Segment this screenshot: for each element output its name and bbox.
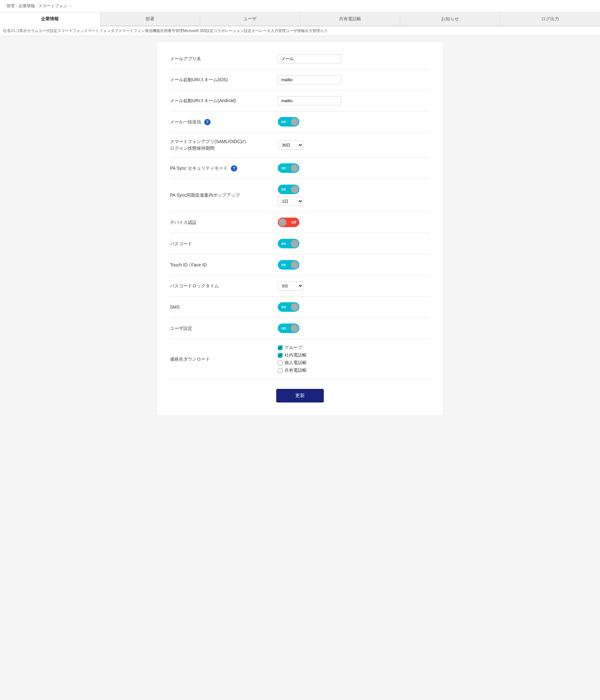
toggle-pa-sync-popup[interactable]: on: [278, 184, 299, 194]
row-mail-batch-send: メール一括送信 ? on: [170, 111, 430, 132]
breadcrumb: 管理 - 企業情報 - スマートフォン ›: [0, 0, 600, 12]
select-passcode-lock-time[interactable]: 0分 1分 5分 10分 30分: [278, 281, 303, 291]
control-sms: on: [278, 302, 430, 312]
toggle-on-label-pa-sync: on: [281, 166, 286, 170]
toggle-on-label-passcode: on: [281, 241, 286, 246]
toggle-knob-pa-sync: [291, 164, 298, 172]
update-button-container: 更新: [170, 389, 430, 402]
checkbox-company-phonebook-input[interactable]: [278, 353, 282, 358]
sub-navigation[interactable]: 社名/ロゴ表示カラムユーザ設定スマートフォンスマートフォンタブスマートフォン発信…: [0, 26, 600, 36]
label-contact-download: 連絡先ダウンロード: [170, 356, 278, 362]
control-pa-sync-security: on: [278, 163, 430, 173]
row-device-auth: デバイス認証 off: [170, 212, 430, 233]
toggle-knob-sms: [291, 303, 298, 311]
main-content: メールアプリ名 メール起動URIスキーム(iOS) メール起動URIスキーム(A…: [157, 42, 443, 415]
label-passcode-lock-time: パスコードロックタイム: [170, 282, 278, 289]
toggle-sms[interactable]: on: [278, 302, 299, 312]
checkbox-item-personal-phonebook[interactable]: 個人電話帳: [278, 360, 307, 366]
checkbox-group-input[interactable]: [278, 345, 282, 350]
toggle-on-label-sms: on: [281, 305, 286, 309]
toggle-on-label-touch: on: [281, 262, 286, 267]
label-saml-login: スマートフォンアプリ(SAML/OIDC)のログイン状態保持期間: [170, 138, 278, 152]
input-mail-app-name[interactable]: [278, 54, 341, 64]
label-mail-batch-send: メール一括送信 ?: [170, 119, 278, 125]
toggle-knob-touch: [291, 261, 298, 269]
toggle-knob-device-auth: [279, 219, 286, 226]
checkbox-company-phonebook-label: 社内電話帳: [284, 352, 307, 358]
toggle-device-auth[interactable]: off: [278, 218, 299, 227]
help-icon-pa-sync[interactable]: ?: [231, 165, 237, 172]
row-mail-uri-ios: メール起動URIスキーム(iOS): [170, 70, 430, 91]
row-contact-download: 連絡先ダウンロード グループ 社内電話帳 個人電話帳 共有電話帳: [170, 339, 430, 379]
input-mail-uri-ios[interactable]: [278, 75, 341, 84]
toggle-knob-pa-popup: [291, 185, 298, 193]
tab-shared-phonebook[interactable]: 共有電話帳: [300, 12, 401, 26]
breadcrumb-text: 管理 - 企業情報 - スマートフォン: [6, 3, 67, 9]
toggle-passcode[interactable]: on: [278, 239, 299, 248]
control-device-auth: off: [278, 218, 430, 227]
row-mail-uri-android: メール起動URIスキーム(Android): [170, 91, 430, 111]
select-pa-sync-interval[interactable]: 1日 3日 7日: [278, 197, 303, 206]
row-passcode: パスコード on: [170, 233, 430, 254]
toggle-knob-user: [291, 324, 298, 332]
input-mail-uri-android[interactable]: [278, 96, 341, 105]
toggle-on-label-user: on: [281, 326, 286, 330]
label-touch-face-id: Touch ID / Face ID: [170, 262, 278, 268]
control-mail-uri-android: [278, 96, 430, 105]
tab-company-info[interactable]: 企業情報: [0, 12, 100, 26]
toggle-touch-face-id[interactable]: on: [278, 260, 299, 270]
label-mail-app-name: メールアプリ名: [170, 55, 278, 62]
toggle-on-label: on: [281, 120, 286, 124]
checkbox-shared-phonebook-label: 共有電話帳: [284, 368, 307, 373]
row-sms: SMS on: [170, 297, 430, 318]
help-icon-mail-batch[interactable]: ?: [204, 119, 210, 125]
label-user-settings: ユーザ設定: [170, 325, 278, 332]
breadcrumb-arrow: ›: [70, 3, 71, 9]
control-mail-app-name: [278, 54, 430, 64]
select-saml-login[interactable]: 30日 7日 14日 60日 90日: [278, 141, 303, 150]
row-saml-login: スマートフォンアプリ(SAML/OIDC)のログイン状態保持期間 30日 7日 …: [170, 132, 430, 158]
control-touch-face-id: on: [278, 260, 430, 270]
toggle-user-settings[interactable]: on: [278, 324, 299, 333]
label-pa-sync-popup: PA Sync同期促進案内ポップアップ: [170, 192, 278, 199]
toggle-pa-sync-security[interactable]: on: [278, 163, 299, 173]
toggle-knob: [291, 118, 298, 126]
checkbox-shared-phonebook-input[interactable]: [278, 368, 282, 373]
checkbox-item-group[interactable]: グループ: [278, 345, 307, 350]
row-passcode-lock-time: パスコードロックタイム 0分 1分 5分 10分 30分: [170, 276, 430, 297]
row-mail-app-name: メールアプリ名: [170, 49, 430, 70]
label-passcode: パスコード: [170, 241, 278, 247]
toggle-mail-batch-send[interactable]: on: [278, 117, 299, 127]
toggle-off-label-device-auth: off: [292, 220, 296, 225]
checkbox-group-label: グループ: [284, 345, 302, 350]
control-mail-uri-ios: [278, 75, 430, 84]
label-device-auth: デバイス認証: [170, 219, 278, 226]
control-user-settings: on: [278, 324, 430, 333]
control-pa-sync-popup: on 1日 3日 7日: [278, 184, 430, 206]
checkbox-personal-phonebook-input[interactable]: [278, 360, 282, 366]
checkbox-item-shared-phonebook[interactable]: 共有電話帳: [278, 368, 307, 373]
control-contact-download: グループ 社内電話帳 個人電話帳 共有電話帳: [278, 345, 430, 373]
label-mail-uri-ios: メール起動URIスキーム(iOS): [170, 76, 278, 83]
top-navigation: 企業情報 部署 ユーザ 共有電話帳 お知らせ ログ出力: [0, 12, 600, 26]
control-saml-login: 30日 7日 14日 60日 90日: [278, 141, 430, 150]
control-stacked-pa-sync: on 1日 3日 7日: [278, 184, 303, 206]
control-mail-batch-send: on: [278, 117, 430, 127]
tab-log-output[interactable]: ログ出力: [500, 12, 600, 26]
label-sms: SMS: [170, 304, 278, 310]
update-button[interactable]: 更新: [276, 389, 324, 402]
row-pa-sync-security: PA Sync セキュリティモード ? on: [170, 158, 430, 179]
tab-user[interactable]: ユーザ: [200, 12, 300, 26]
label-mail-uri-android: メール起動URIスキーム(Android): [170, 97, 278, 104]
label-pa-sync-security: PA Sync セキュリティモード ?: [170, 165, 278, 172]
row-user-settings: ユーザ設定 on: [170, 318, 430, 339]
row-pa-sync-popup: PA Sync同期促進案内ポップアップ on 1日 3日 7日: [170, 179, 430, 212]
toggle-on-label-pa-popup: on: [281, 187, 286, 192]
control-passcode-lock-time: 0分 1分 5分 10分 30分: [278, 281, 430, 291]
tab-notice[interactable]: お知らせ: [400, 12, 500, 26]
checkbox-personal-phonebook-label: 個人電話帳: [284, 360, 307, 366]
toggle-knob-passcode: [291, 240, 298, 247]
tab-department[interactable]: 部署: [100, 12, 200, 26]
checkbox-item-company-phonebook[interactable]: 社内電話帳: [278, 352, 307, 358]
checkbox-group-contact: グループ 社内電話帳 個人電話帳 共有電話帳: [278, 345, 307, 373]
